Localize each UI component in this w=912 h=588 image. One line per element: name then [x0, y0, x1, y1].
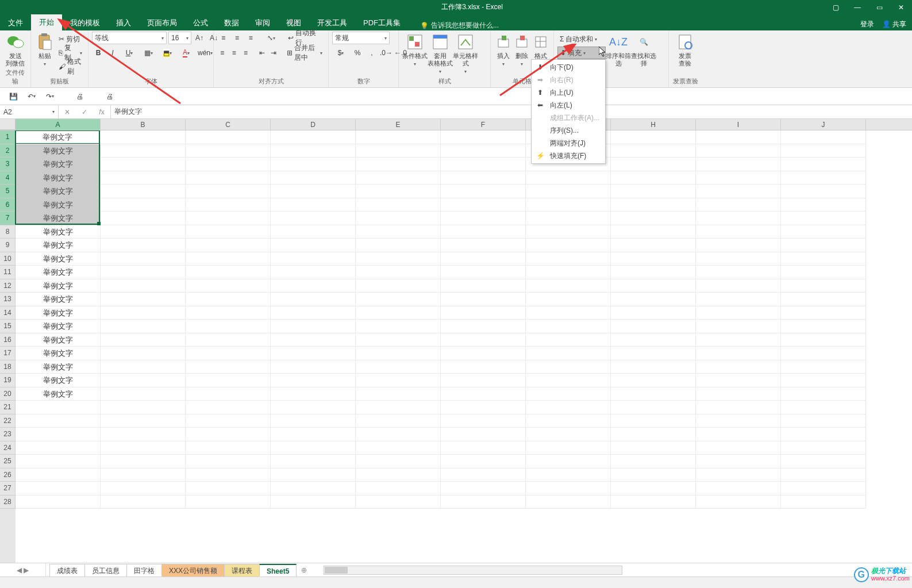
cell-J14[interactable]	[781, 306, 866, 320]
tab-insert[interactable]: 插入	[108, 16, 139, 30]
cell-B10[interactable]	[101, 252, 186, 266]
paste-button[interactable]: 粘贴▾	[34, 32, 55, 68]
cell-F14[interactable]	[441, 306, 526, 320]
cell-B27[interactable]	[101, 482, 186, 495]
cell-F23[interactable]	[441, 428, 526, 441]
cell-G14[interactable]	[526, 306, 611, 320]
find-select-button[interactable]: 🔍 查找和选择	[631, 32, 656, 67]
row-header-2[interactable]: 2	[0, 144, 16, 158]
cell-J21[interactable]	[781, 401, 866, 414]
cell-A8[interactable]: 举例文字	[16, 225, 101, 239]
cell-C10[interactable]	[186, 252, 271, 266]
cell-A10[interactable]: 举例文字	[16, 252, 101, 266]
sheet-nav[interactable]: ◀ ▶	[0, 563, 46, 577]
align-bottom-button[interactable]: ≡	[245, 32, 257, 44]
increase-decimal-button[interactable]: .0→	[380, 47, 392, 59]
cell-E2[interactable]	[356, 144, 441, 158]
cell-D27[interactable]	[271, 482, 356, 495]
row-header-9[interactable]: 9	[0, 239, 16, 252]
cell-C12[interactable]	[186, 279, 271, 293]
cell-I28[interactable]	[696, 495, 781, 509]
align-middle-button[interactable]: ≡	[231, 32, 244, 44]
row-header-23[interactable]: 23	[0, 428, 16, 441]
cell-C4[interactable]	[186, 171, 271, 185]
qat-print-button[interactable]: 🖨	[102, 90, 117, 103]
cell-A12[interactable]: 举例文字	[16, 279, 101, 293]
cell-F26[interactable]	[441, 468, 526, 482]
cell-A18[interactable]: 举例文字	[16, 360, 101, 374]
col-header-H[interactable]: H	[611, 119, 696, 130]
cell-A24[interactable]	[16, 441, 101, 455]
cell-E27[interactable]	[356, 482, 441, 495]
bold-button[interactable]: B	[92, 47, 105, 59]
decrease-indent-button[interactable]: ⇤	[257, 47, 267, 59]
cell-J7[interactable]	[781, 212, 866, 225]
row-header-4[interactable]: 4	[0, 171, 16, 185]
cell-H17[interactable]	[611, 347, 696, 360]
cell-F17[interactable]	[441, 347, 526, 360]
share-button[interactable]: 👤 共享	[882, 20, 906, 29]
cell-G4[interactable]	[526, 171, 611, 185]
cell-B11[interactable]	[101, 266, 186, 279]
cell-E1[interactable]	[356, 130, 441, 144]
cell-G13[interactable]	[526, 293, 611, 306]
row-header-1[interactable]: 1	[0, 130, 16, 144]
cell-J2[interactable]	[781, 144, 866, 158]
cell-C19[interactable]	[186, 374, 271, 387]
cell-C17[interactable]	[186, 347, 271, 360]
cell-D3[interactable]	[271, 157, 356, 171]
cell-C18[interactable]	[186, 360, 271, 374]
maximize-button[interactable]: ▭	[871, 2, 888, 13]
cell-F28[interactable]	[441, 495, 526, 509]
cell-I16[interactable]	[696, 333, 781, 347]
cell-B28[interactable]	[101, 495, 186, 509]
cell-J25[interactable]	[781, 455, 866, 468]
cell-I9[interactable]	[696, 239, 781, 252]
cell-A11[interactable]: 举例文字	[16, 266, 101, 279]
cell-E6[interactable]	[356, 198, 441, 212]
cell-D17[interactable]	[271, 347, 356, 360]
cell-J3[interactable]	[781, 157, 866, 171]
cell-B14[interactable]	[101, 306, 186, 320]
cell-B5[interactable]	[101, 185, 186, 198]
row-header-16[interactable]: 16	[0, 333, 16, 347]
cell-C21[interactable]	[186, 401, 271, 414]
cell-E9[interactable]	[356, 239, 441, 252]
cell-E22[interactable]	[356, 414, 441, 428]
cell-D26[interactable]	[271, 468, 356, 482]
cell-H23[interactable]	[611, 428, 696, 441]
cell-H6[interactable]	[611, 198, 696, 212]
cell-D25[interactable]	[271, 455, 356, 468]
orientation-button[interactable]: ⤡▾	[263, 32, 280, 44]
tab-review[interactable]: 审阅	[247, 16, 278, 30]
confirm-entry-button[interactable]: ✓	[76, 108, 93, 116]
cell-B16[interactable]	[101, 333, 186, 347]
cell-E28[interactable]	[356, 495, 441, 509]
cell-C11[interactable]	[186, 266, 271, 279]
cell-E23[interactable]	[356, 428, 441, 441]
cell-D7[interactable]	[271, 212, 356, 225]
cell-E16[interactable]	[356, 333, 441, 347]
row-header-28[interactable]: 28	[0, 495, 16, 509]
cell-A22[interactable]	[16, 414, 101, 428]
cell-I2[interactable]	[696, 144, 781, 158]
cell-J15[interactable]	[781, 320, 866, 333]
cell-G10[interactable]	[526, 252, 611, 266]
cell-A28[interactable]	[16, 495, 101, 509]
cell-B20[interactable]	[101, 387, 186, 401]
cell-A19[interactable]: 举例文字	[16, 374, 101, 387]
row-header-18[interactable]: 18	[0, 360, 16, 374]
cell-D13[interactable]	[271, 293, 356, 306]
cell-E26[interactable]	[356, 468, 441, 482]
cell-B23[interactable]	[101, 428, 186, 441]
minimize-button[interactable]: —	[849, 2, 866, 13]
cell-G15[interactable]	[526, 320, 611, 333]
cell-C3[interactable]	[186, 157, 271, 171]
cell-H1[interactable]	[611, 130, 696, 144]
cell-A16[interactable]: 举例文字	[16, 333, 101, 347]
cell-H19[interactable]	[611, 374, 696, 387]
cell-I19[interactable]	[696, 374, 781, 387]
cell-J24[interactable]	[781, 441, 866, 455]
row-header-27[interactable]: 27	[0, 482, 16, 495]
cell-C8[interactable]	[186, 225, 271, 239]
